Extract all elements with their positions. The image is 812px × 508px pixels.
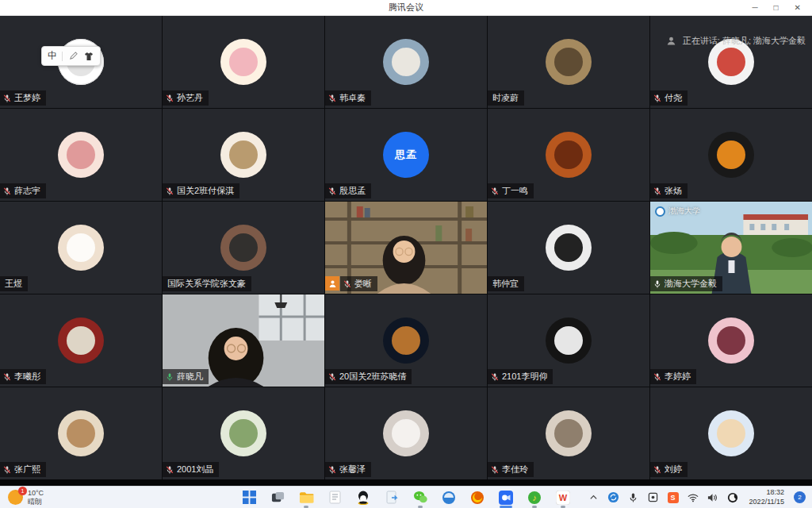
ime-popup[interactable]: 中: [41, 46, 101, 66]
share-doc-icon[interactable]: [382, 488, 401, 507]
participant-tile-6[interactable]: 薛志宇: [0, 109, 162, 201]
device-icon[interactable]: [647, 491, 660, 504]
participant-name-tag: 薛晓凡: [163, 369, 209, 384]
bunny-avatar: [58, 225, 104, 271]
weather-temperature: 10°C: [28, 489, 44, 497]
participant-tile-9[interactable]: 丁一鸣: [488, 109, 649, 201]
avatar-graphic: [717, 48, 745, 76]
planet-mars-avatar: [546, 132, 592, 178]
participant-name: 韩仲宜: [492, 278, 519, 290]
volume-icon[interactable]: [707, 491, 719, 504]
participant-name-tag: 王煜: [0, 276, 28, 291]
wifi-icon[interactable]: [687, 491, 699, 504]
participant-name-tag: 国关2班付保淇: [163, 183, 239, 198]
ime-shirt-icon[interactable]: [83, 51, 94, 62]
participant-name-tag: 孙艺丹: [163, 90, 209, 106]
maximize-button[interactable]: □: [774, 0, 779, 16]
bottom-strip: [0, 479, 812, 486]
taskbar-apps: ♪W: [239, 487, 573, 508]
participant-name-tag: 丁一鸣: [488, 183, 534, 198]
mic-muted-icon: [3, 372, 11, 382]
participant-name-tag: 殷思孟: [325, 183, 371, 198]
mic-muted-icon: [343, 279, 351, 289]
participant-name-tag: 韩卓秦: [325, 90, 371, 106]
music-icon[interactable]: ♪: [525, 488, 544, 507]
mic-muted-icon: [653, 372, 661, 382]
weather-widget[interactable]: 1 10°C 晴朗: [0, 489, 44, 506]
avatar-graphic: [392, 419, 420, 448]
participant-name: 2101李明仰: [502, 371, 547, 383]
participant-name-tag: 韩仲宜: [488, 276, 524, 291]
microphone-icon[interactable]: [627, 491, 640, 504]
qq-icon[interactable]: [354, 488, 373, 507]
participant-name: 渤海大学金毅: [665, 278, 717, 290]
wps-icon[interactable]: W: [553, 488, 573, 507]
participant-name-tag: 时凌蔚: [488, 90, 524, 106]
dark-mode-icon[interactable]: [726, 491, 739, 504]
participant-name: 张馨泽: [339, 464, 366, 475]
participant-tile-17[interactable]: 薛晓凡: [163, 294, 324, 387]
start-icon[interactable]: [239, 488, 259, 507]
avatar-text: 思孟: [395, 148, 417, 162]
task-view-icon[interactable]: [268, 488, 287, 507]
mic-muted-icon: [166, 187, 174, 196]
participant-tile-11[interactable]: 王煜: [0, 202, 162, 294]
participant-tile-20[interactable]: 李婷婷: [650, 294, 812, 387]
participant-tile-5[interactable]: 付尧: [650, 16, 812, 108]
participant-name: 刘婷: [665, 464, 682, 475]
minimize-button[interactable]: ─: [752, 0, 757, 16]
taskbar-clock[interactable]: 18:32 2022/11/15: [749, 488, 784, 506]
participant-name: 薛晓凡: [177, 371, 203, 383]
avatar-graphic: [67, 140, 95, 169]
running-indicator: [561, 506, 565, 508]
ime-mode-indicator[interactable]: 中: [48, 49, 57, 63]
participant-tile-15[interactable]: 渤海大学 渤海大学金毅: [650, 202, 812, 294]
participant-tile-4[interactable]: 时凌蔚: [488, 16, 649, 108]
participant-tile-19[interactable]: 2101李明仰: [488, 294, 649, 387]
mic-muted-icon: [491, 372, 499, 382]
participant-tile-16[interactable]: 李曦彤: [0, 294, 162, 387]
close-button[interactable]: ✕: [795, 0, 801, 16]
window-titlebar: 腾讯会议 ─ □ ✕: [0, 0, 812, 16]
avatar-graphic: [554, 233, 583, 262]
participant-tile-7[interactable]: 国关2班付保淇: [163, 109, 324, 201]
participant-tile-2[interactable]: 孙艺丹: [163, 16, 324, 108]
participant-tile-13[interactable]: 娄晰: [325, 202, 487, 294]
participant-name: 2001刘晶: [177, 464, 213, 475]
speaking-banner: 正在讲话: 薛晓凡; 渤海大学金毅: [665, 34, 806, 47]
ime-pen-icon[interactable]: [67, 51, 79, 62]
firefox-icon[interactable]: [468, 488, 487, 507]
participant-name-tag: 2001刘晶: [163, 462, 219, 477]
participant-tile-24[interactable]: 李佳玲: [488, 387, 649, 479]
participant-tile-12[interactable]: 国际关系学院张文豪: [163, 202, 324, 294]
notepad-icon[interactable]: [325, 488, 344, 507]
participant-tile-22[interactable]: 2001刘晶: [163, 387, 324, 479]
file-explorer-icon[interactable]: [297, 488, 316, 507]
tencent-meeting-icon[interactable]: [496, 488, 515, 507]
participant-tile-25[interactable]: 刘婷: [650, 387, 812, 479]
participant-name-tag: 20国关2班苏晓倩: [325, 369, 412, 384]
mic-muted-icon: [653, 465, 661, 475]
mic-muted-icon: [3, 94, 11, 103]
avatar-graphic: [229, 233, 258, 262]
participant-tile-23[interactable]: 张馨泽: [325, 387, 487, 479]
wechat-icon[interactable]: [411, 488, 430, 507]
hooded-figure-avatar: [546, 410, 592, 456]
anime-dark-avatar: [546, 225, 592, 271]
chevron-up-icon[interactable]: [588, 491, 600, 504]
mic-muted-icon: [328, 187, 336, 196]
mic-muted-icon: [328, 372, 336, 382]
participant-tile-21[interactable]: 张广熙: [0, 387, 162, 479]
browser-icon[interactable]: [439, 488, 458, 507]
sync-icon[interactable]: [607, 491, 620, 504]
sogou-icon[interactable]: S: [667, 491, 680, 504]
cartoon-girl-avatar: [58, 132, 104, 178]
notification-count-badge[interactable]: 2: [794, 491, 806, 503]
participant-tile-14[interactable]: 韩仲宜: [488, 202, 649, 294]
mic-muted-icon: [653, 187, 661, 196]
participant-tile-18[interactable]: 20国关2班苏晓倩: [325, 294, 487, 387]
participant-tile-3[interactable]: 韩卓秦: [325, 16, 487, 108]
participant-tile-8[interactable]: 思孟 殷思孟: [325, 109, 487, 201]
photo-flowers-avatar: [220, 410, 266, 456]
participant-tile-10[interactable]: 张炀: [650, 109, 812, 201]
